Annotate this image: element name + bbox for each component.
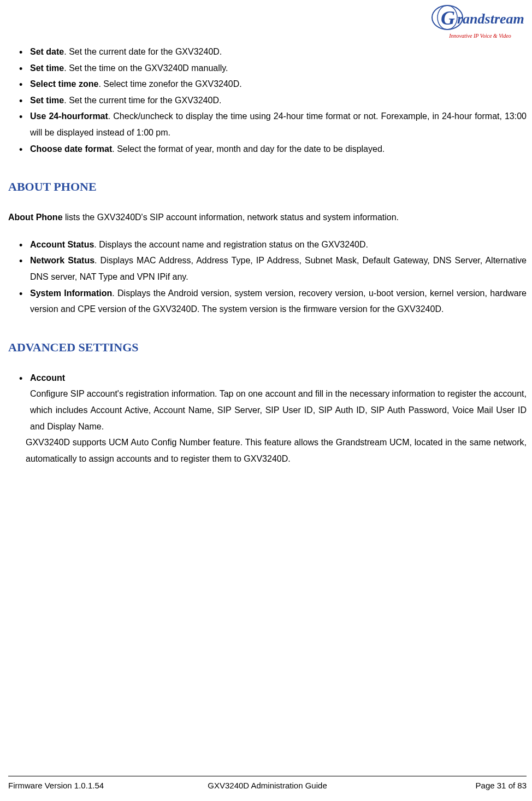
list-term: Use 24-hourformat — [30, 111, 108, 121]
list-term: Set time — [30, 63, 64, 73]
list-item: Set time. Set the current time for the G… — [19, 92, 527, 109]
intro-rest: lists the GXV3240D's SIP account informa… — [63, 213, 399, 222]
brand-tagline: Innovative IP Voice & Video — [431, 33, 529, 39]
list-desc: . Displays MAC Address, Address Type, IP… — [30, 256, 527, 281]
extra-paragraph: GXV3240D supports UCM Auto Config Number… — [8, 434, 527, 467]
list-desc: . Select the format of year, month and d… — [112, 144, 385, 154]
about-phone-intro: About Phone lists the GXV3240D's SIP acc… — [8, 209, 527, 226]
page-content: Set date. Set the current date for the G… — [8, 44, 527, 467]
settings-list-1: Set date. Set the current date for the G… — [8, 44, 527, 157]
list-item: Account Configure SIP account's registra… — [19, 370, 527, 434]
list-desc: . Set the current time for the GXV3240D. — [64, 96, 221, 105]
heading-advanced-settings: ADVANCED SETTINGS — [8, 340, 527, 355]
page-footer: Firmware Version 1.0.1.54 GXV3240D Admin… — [8, 781, 527, 790]
list-item: Use 24-hourformat. Check/uncheck to disp… — [19, 108, 527, 140]
about-phone-list: Account Status. Displays the account nam… — [8, 237, 527, 317]
list-term: Account Status — [30, 240, 94, 249]
footer-divider — [8, 776, 527, 776]
svg-text:G: G — [441, 7, 455, 29]
list-item: Account Status. Displays the account nam… — [19, 237, 527, 253]
list-body: Configure SIP account's registration inf… — [30, 386, 527, 434]
svg-text:randstream: randstream — [457, 11, 524, 27]
list-term: Select time zone — [30, 79, 98, 89]
footer-page-number: Page 31 of 83 — [476, 781, 527, 790]
list-desc: . Set the time on the GXV3240D manually. — [64, 63, 228, 73]
list-item: Choose date format. Select the format of… — [19, 141, 527, 157]
list-item: Set date. Set the current date for the G… — [19, 44, 527, 60]
list-item: System Information. Displays the Android… — [19, 285, 527, 317]
list-item: Network Status. Displays MAC Address, Ad… — [19, 252, 527, 285]
list-term: Account — [30, 370, 527, 386]
list-desc: . Displays the account name and registra… — [94, 240, 368, 249]
list-term: Network Status — [30, 256, 94, 265]
list-desc: . Set the current date for the GXV3240D. — [64, 47, 222, 56]
footer-doc-title: GXV3240D Administration Guide — [208, 781, 327, 790]
brand-logo: G randstream Innovative IP Voice & Video — [431, 3, 529, 39]
list-item: Set time. Set the time on the GXV3240D m… — [19, 60, 527, 76]
list-item: Select time zone. Select time zonefor th… — [19, 76, 527, 92]
intro-bold: About Phone — [8, 213, 63, 222]
advanced-settings-list: Account Configure SIP account's registra… — [8, 370, 527, 434]
list-term: Set date — [30, 47, 64, 56]
heading-about-phone: ABOUT PHONE — [8, 180, 527, 194]
list-term: System Information — [30, 288, 112, 298]
list-desc: . Select time zonefor the GXV3240D. — [98, 79, 241, 89]
list-term: Choose date format — [30, 144, 112, 154]
grandstream-logo-icon: G randstream — [431, 3, 529, 33]
footer-firmware-version: Firmware Version 1.0.1.54 — [8, 781, 104, 790]
list-term: Set time — [30, 96, 64, 105]
